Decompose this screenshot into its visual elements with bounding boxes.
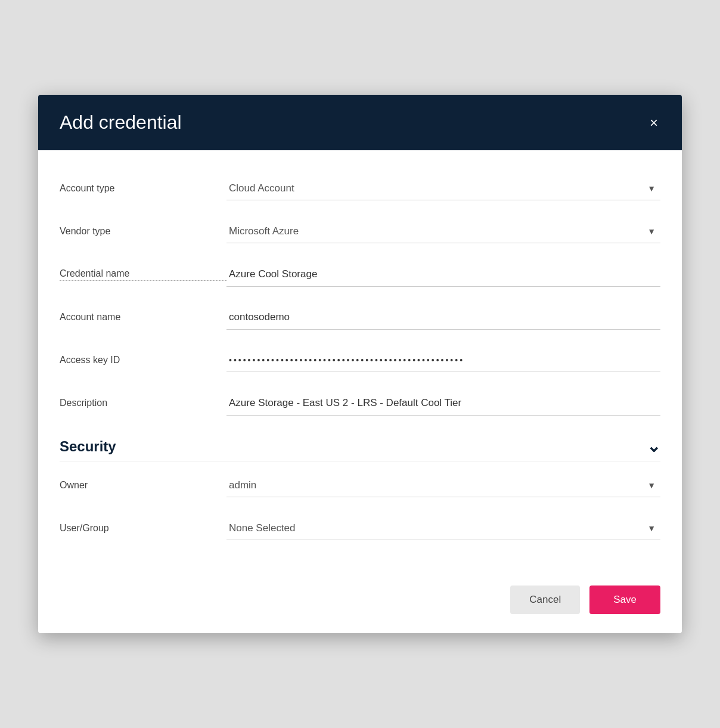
vendor-type-select[interactable]: Microsoft Azure Amazon AWS Google Cloud	[226, 219, 660, 243]
account-type-row: Account type Cloud Account On-Premise Ac…	[60, 169, 660, 207]
account-type-select-wrapper: Cloud Account On-Premise Account ▼	[226, 176, 660, 200]
dialog-footer: Cancel Save	[38, 566, 682, 633]
security-title: Security	[60, 438, 116, 455]
account-name-control	[226, 305, 660, 330]
owner-select-wrapper: admin user1 ▼	[226, 473, 660, 497]
security-section-header: Security ⌄	[60, 427, 660, 461]
user-group-row: User/Group None Selected Group A Group B…	[60, 509, 660, 547]
account-type-label: Account type	[60, 183, 226, 194]
description-control	[226, 391, 660, 416]
owner-label: Owner	[60, 480, 226, 491]
account-name-row: Account name	[60, 298, 660, 336]
access-key-control	[226, 349, 660, 371]
vendor-type-select-wrapper: Microsoft Azure Amazon AWS Google Cloud …	[226, 219, 660, 243]
user-group-label: User/Group	[60, 523, 226, 534]
vendor-type-label: Vendor type	[60, 226, 226, 237]
save-button[interactable]: Save	[589, 586, 660, 614]
description-label: Description	[60, 398, 226, 408]
account-type-select[interactable]: Cloud Account On-Premise Account	[226, 176, 660, 200]
security-chevron-icon[interactable]: ⌄	[647, 436, 660, 456]
access-key-row: Access key ID	[60, 341, 660, 379]
account-type-control: Cloud Account On-Premise Account ▼	[226, 176, 660, 200]
dialog-body: Account type Cloud Account On-Premise Ac…	[38, 150, 682, 566]
owner-row: Owner admin user1 ▼	[60, 466, 660, 504]
close-button[interactable]: ×	[647, 113, 660, 132]
user-group-select[interactable]: None Selected Group A Group B	[226, 516, 660, 540]
cancel-button[interactable]: Cancel	[510, 586, 580, 614]
credential-name-label: Credential name	[60, 268, 226, 281]
vendor-type-control: Microsoft Azure Amazon AWS Google Cloud …	[226, 219, 660, 243]
dialog-title: Add credential	[60, 111, 182, 134]
add-credential-dialog: Add credential × Account type Cloud Acco…	[38, 95, 682, 633]
owner-select[interactable]: admin user1	[226, 473, 660, 497]
access-key-input[interactable]	[226, 349, 660, 371]
description-row: Description	[60, 384, 660, 422]
account-name-label: Account name	[60, 312, 226, 323]
access-key-label: Access key ID	[60, 355, 226, 365]
credential-name-control	[226, 262, 660, 287]
description-input[interactable]	[226, 391, 660, 416]
user-group-select-wrapper: None Selected Group A Group B ▼	[226, 516, 660, 540]
credential-name-row: Credential name	[60, 255, 660, 293]
user-group-control: None Selected Group A Group B ▼	[226, 516, 660, 540]
credential-name-input[interactable]	[226, 262, 660, 287]
account-name-input[interactable]	[226, 305, 660, 330]
owner-control: admin user1 ▼	[226, 473, 660, 497]
dialog-header: Add credential ×	[38, 95, 682, 150]
vendor-type-row: Vendor type Microsoft Azure Amazon AWS G…	[60, 212, 660, 250]
